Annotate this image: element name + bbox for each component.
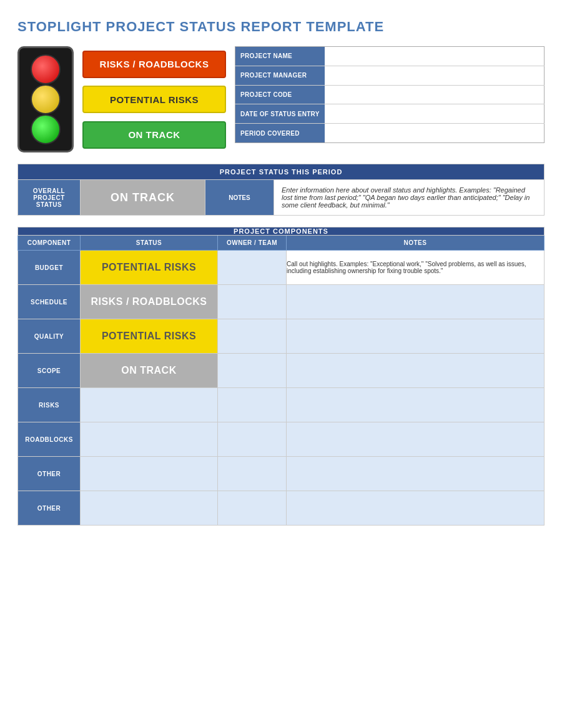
comp-label-risks: RISKS — [18, 388, 81, 422]
comp-status-roadblocks — [81, 422, 218, 457]
comp-label-budget: BUDGET — [18, 251, 81, 285]
project-manager-label: PROJECT MANAGER — [235, 66, 325, 85]
notes-col-label: NOTES — [205, 180, 274, 216]
project-name-row: PROJECT NAME — [235, 47, 545, 66]
comp-label-roadblocks: ROADBLOCKS — [18, 422, 81, 457]
component-row: ROADBLOCKS — [18, 422, 545, 457]
project-info-table: PROJECT NAME PROJECT MANAGER PROJECT COD… — [235, 46, 545, 143]
comp-owner-scope[interactable] — [218, 354, 287, 388]
comp-notes-scope[interactable] — [287, 354, 545, 388]
component-row: BUDGETPOTENTIAL RISKSCall out highlights… — [18, 251, 545, 285]
legend-block: RISKS / ROADBLOCKS POTENTIAL RISKS ON TR… — [82, 46, 226, 152]
status-table: PROJECT STATUS THIS PERIOD OVERALL PROJE… — [17, 164, 545, 216]
comp-notes-other[interactable] — [287, 457, 545, 491]
comp-owner-other[interactable] — [218, 457, 287, 491]
comp-status-budget: POTENTIAL RISKS — [81, 251, 218, 285]
components-section-header: PROJECT COMPONENTS — [18, 227, 545, 236]
comp-status-scope: ON TRACK — [81, 354, 218, 388]
date-status-row: DATE OF STATUS ENTRY — [235, 104, 545, 124]
comp-label-other: OTHER — [18, 457, 81, 491]
comp-label-quality: QUALITY — [18, 319, 81, 354]
page-title: STOPLIGHT PROJECT STATUS REPORT TEMPLATE — [17, 19, 545, 35]
period-covered-row: PERIOD COVERED — [235, 124, 545, 143]
top-section: RISKS / ROADBLOCKS POTENTIAL RISKS ON TR… — [17, 46, 545, 152]
legend-red: RISKS / ROADBLOCKS — [82, 51, 226, 78]
comp-owner-schedule[interactable] — [218, 285, 287, 319]
comp-label-other: OTHER — [18, 491, 81, 526]
comp-status-schedule: RISKS / ROADBLOCKS — [81, 285, 218, 319]
green-light — [31, 114, 61, 144]
legend-green: ON TRACK — [82, 121, 226, 149]
component-row: SCOPEON TRACK — [18, 354, 545, 388]
comp-owner-quality[interactable] — [218, 319, 287, 354]
comp-status-other — [81, 457, 218, 491]
comp-notes-quality[interactable] — [287, 319, 545, 354]
comp-status-quality: POTENTIAL RISKS — [81, 319, 218, 354]
comp-owner-roadblocks[interactable] — [218, 422, 287, 457]
comp-status-other — [81, 491, 218, 526]
comp-notes-roadblocks[interactable] — [287, 422, 545, 457]
yellow-light — [31, 84, 61, 114]
col-header-owner: OWNER / TEAM — [218, 236, 287, 251]
component-row: QUALITYPOTENTIAL RISKS — [18, 319, 545, 354]
comp-owner-other[interactable] — [218, 491, 287, 526]
period-covered-label: PERIOD COVERED — [235, 124, 325, 143]
date-status-label: DATE OF STATUS ENTRY — [235, 104, 325, 124]
comp-notes-schedule[interactable] — [287, 285, 545, 319]
comp-notes-risks[interactable] — [287, 388, 545, 422]
comp-owner-risks[interactable] — [218, 388, 287, 422]
comp-notes-budget[interactable]: Call out highlights. Examples: "Exceptio… — [287, 251, 545, 285]
component-row: RISKS — [18, 388, 545, 422]
comp-owner-budget[interactable] — [218, 251, 287, 285]
period-covered-value[interactable] — [325, 124, 545, 143]
stoplight — [17, 46, 74, 152]
project-name-label: PROJECT NAME — [235, 47, 325, 66]
component-row: SCHEDULERISKS / ROADBLOCKS — [18, 285, 545, 319]
components-table: PROJECT COMPONENTS COMPONENT STATUS OWNE… — [17, 227, 545, 526]
overall-status-label: OVERALL PROJECT STATUS — [18, 180, 81, 216]
date-status-value[interactable] — [325, 104, 545, 124]
comp-label-scope: SCOPE — [18, 354, 81, 388]
legend-yellow: POTENTIAL RISKS — [82, 86, 226, 113]
component-row: OTHER — [18, 457, 545, 491]
col-header-status: STATUS — [81, 236, 218, 251]
comp-status-risks — [81, 388, 218, 422]
red-light — [31, 54, 61, 84]
overall-notes-value[interactable]: Enter information here about overall sta… — [274, 180, 545, 216]
project-code-value[interactable] — [325, 85, 545, 104]
component-row: OTHER — [18, 491, 545, 526]
comp-label-schedule: SCHEDULE — [18, 285, 81, 319]
status-section-header: PROJECT STATUS THIS PERIOD — [18, 164, 545, 180]
col-header-component: COMPONENT — [18, 236, 81, 251]
project-manager-row: PROJECT MANAGER — [235, 66, 545, 85]
comp-notes-other[interactable] — [287, 491, 545, 526]
project-name-value[interactable] — [325, 47, 545, 66]
project-code-row: PROJECT CODE — [235, 85, 545, 104]
col-header-notes: NOTES — [287, 236, 545, 251]
project-manager-value[interactable] — [325, 66, 545, 85]
overall-status-value: ON TRACK — [81, 180, 205, 216]
project-code-label: PROJECT CODE — [235, 85, 325, 104]
